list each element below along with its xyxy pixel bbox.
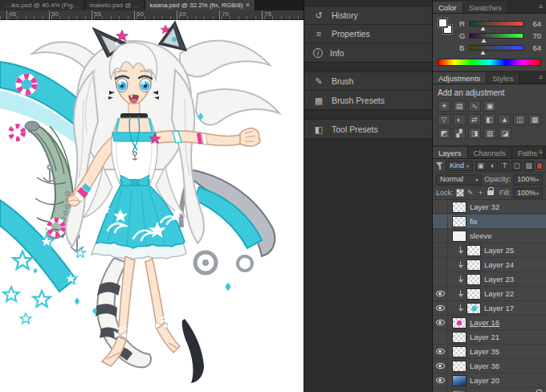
- dock-item-brush[interactable]: ✎Brush: [304, 72, 432, 91]
- color-spectrum-ramp[interactable]: [438, 59, 541, 66]
- layer-name[interactable]: Layer 25: [484, 246, 514, 255]
- layer-thumbnail[interactable]: [452, 390, 467, 392]
- filter-type-icon[interactable]: T: [499, 161, 510, 171]
- layer-row[interactable]: Layer 36: [433, 359, 546, 374]
- lock-all-icon[interactable]: [487, 190, 494, 195]
- layer-name[interactable]: Layer 24: [484, 260, 514, 269]
- layer-thumbnail[interactable]: [467, 274, 481, 285]
- posterize-icon[interactable]: ▞: [453, 128, 466, 139]
- visibility-toggle[interactable]: [433, 388, 448, 392]
- layer-name[interactable]: sleeve: [470, 231, 491, 240]
- threshold-icon[interactable]: ◨: [468, 128, 481, 139]
- slider-thumb[interactable]: [480, 27, 485, 31]
- kind-filter-dropdown[interactable]: Kind ▾: [446, 161, 473, 171]
- layer-thumbnail[interactable]: [452, 317, 467, 329]
- layer-thumbnail[interactable]: [452, 332, 467, 343]
- visibility-toggle[interactable]: [433, 214, 448, 228]
- panel-menu-icon[interactable]: ≡: [539, 148, 543, 156]
- dock-item-tool-presets[interactable]: ◧Tool Presets: [304, 120, 432, 138]
- layer-thumbnail[interactable]: [452, 346, 467, 357]
- layer-name[interactable]: Layer 21: [470, 333, 499, 341]
- layer-row[interactable]: sleeve: [433, 229, 546, 243]
- panel-menu-icon[interactable]: ≡: [539, 73, 543, 81]
- foreground-color-swatch[interactable]: [438, 18, 447, 27]
- visibility-toggle[interactable]: [433, 200, 448, 214]
- hue-saturation-icon[interactable]: ◐: [453, 114, 466, 125]
- color-lookup-icon[interactable]: ▦: [528, 114, 541, 125]
- layer-name[interactable]: Layer 35: [470, 347, 499, 356]
- layer-row[interactable]: Layer 20: [433, 374, 546, 388]
- layer-thumbnail[interactable]: [452, 202, 467, 213]
- layer-row[interactable]: Layer 25: [433, 243, 546, 258]
- filter-funnel-icon[interactable]: [436, 161, 443, 169]
- foreground-background-swatches[interactable]: [438, 18, 454, 37]
- blend-mode-dropdown[interactable]: Normal ▾: [436, 174, 482, 185]
- layer-row[interactable]: Layer 17: [433, 301, 546, 316]
- layer-row[interactable]: Layer 24: [433, 258, 546, 272]
- document-tab[interactable]: maketo.psd @ …: [85, 0, 145, 10]
- dock-item-info[interactable]: iInfo: [304, 43, 432, 62]
- filter-smart-object-icon[interactable]: ▧: [524, 161, 534, 171]
- layer-name[interactable]: Layer 17: [484, 304, 514, 312]
- selective-color-icon[interactable]: ◪: [499, 128, 511, 139]
- panel-tab-layers[interactable]: Layers: [433, 147, 468, 158]
- layer-name[interactable]: Layer 22: [484, 289, 514, 298]
- visibility-toggle[interactable]: [433, 229, 448, 243]
- filter-adjustment-icon[interactable]: ◐: [487, 161, 498, 171]
- opacity-dropdown[interactable]: 100% ▾: [513, 174, 543, 185]
- lock-image-pixels-icon[interactable]: ✎: [467, 189, 475, 197]
- color-slider-track[interactable]: [469, 21, 524, 27]
- panel-tab-channels[interactable]: Channels: [468, 147, 512, 158]
- layer-row[interactable]: Layer 23: [433, 272, 546, 287]
- panel-tab-color[interactable]: Color: [433, 2, 463, 13]
- panel-tab-adjustments[interactable]: Adjustments: [433, 72, 487, 84]
- visibility-toggle[interactable]: [433, 258, 448, 272]
- layer-thumbnail[interactable]: [452, 216, 467, 227]
- visibility-toggle[interactable]: [433, 287, 448, 300]
- dock-item-properties[interactable]: ≡Properties: [304, 25, 432, 43]
- brightness-contrast-icon[interactable]: ☀: [438, 100, 450, 112]
- levels-icon[interactable]: ▤: [453, 100, 466, 112]
- layer-name[interactable]: Layer 36: [470, 361, 499, 370]
- visibility-toggle[interactable]: [433, 243, 448, 257]
- color-slider-track[interactable]: [469, 45, 524, 51]
- invert-icon[interactable]: ◩: [438, 128, 450, 139]
- slider-thumb[interactable]: [480, 51, 485, 55]
- layer-thumbnail[interactable]: [467, 259, 481, 271]
- slider-thumb[interactable]: [481, 39, 486, 43]
- filter-shape-icon[interactable]: ▢: [511, 161, 522, 171]
- panel-tab-styles[interactable]: Styles: [487, 72, 520, 84]
- visibility-toggle[interactable]: [433, 301, 448, 315]
- layer-name[interactable]: Layer 20: [470, 376, 499, 385]
- layer-row[interactable]: fix: [433, 214, 546, 229]
- document-tab[interactable]: kaana.psd @ 32.2% (fix, RGB/8)×: [145, 0, 255, 10]
- visibility-toggle[interactable]: [433, 316, 448, 329]
- panel-menu-icon[interactable]: ≡: [539, 2, 543, 10]
- dock-item-brush-presets[interactable]: ▦Brush Presets: [304, 91, 432, 109]
- filter-image-icon[interactable]: ▣: [475, 161, 486, 171]
- layer-row[interactable]: Layer 35: [433, 345, 546, 359]
- visibility-toggle[interactable]: [433, 374, 448, 387]
- layer-thumbnail[interactable]: [467, 288, 481, 300]
- vibrance-icon[interactable]: ▽: [438, 114, 450, 125]
- layer-row[interactable]: Background: [433, 388, 546, 392]
- photo-filter-icon[interactable]: ▲: [498, 114, 511, 125]
- layer-row[interactable]: Layer 16: [433, 316, 546, 330]
- layer-name[interactable]: Layer 23: [484, 275, 514, 284]
- black-white-icon[interactable]: ◧: [483, 114, 496, 125]
- dock-item-history[interactable]: ↺History: [304, 6, 432, 25]
- canvas[interactable]: [0, 20, 304, 392]
- layer-thumbnail[interactable]: [467, 303, 481, 314]
- layer-row[interactable]: Layer 21: [433, 330, 546, 345]
- fill-dropdown[interactable]: 100% ▾: [513, 188, 543, 198]
- visibility-toggle[interactable]: [433, 272, 448, 286]
- layer-row[interactable]: Layer 32: [433, 200, 546, 214]
- gradient-map-icon[interactable]: ▥: [483, 128, 496, 139]
- panel-tab-swatches[interactable]: Swatches: [463, 2, 508, 13]
- close-tab-icon[interactable]: ×: [246, 2, 250, 9]
- layer-name[interactable]: fix: [470, 217, 478, 226]
- layer-thumbnail[interactable]: [452, 375, 467, 386]
- layer-row[interactable]: Layer 22: [433, 287, 546, 301]
- visibility-toggle[interactable]: [433, 345, 448, 358]
- curves-icon[interactable]: ∿: [468, 100, 481, 112]
